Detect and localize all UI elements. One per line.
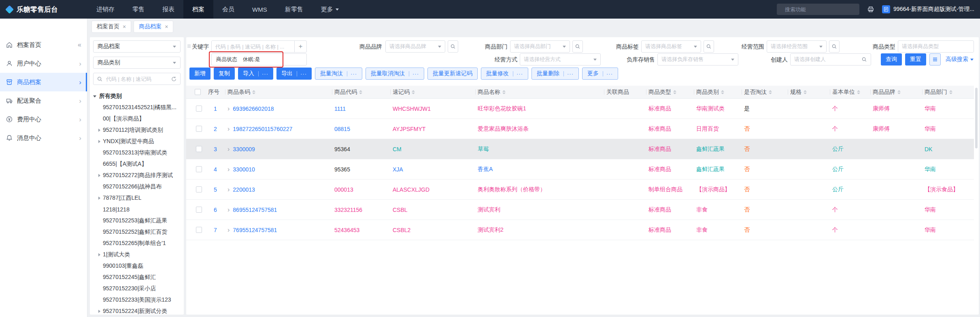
- caret-right-icon[interactable]: [98, 140, 100, 143]
- checkbox[interactable]: [196, 166, 202, 172]
- toolbar-button[interactable]: 导出···: [276, 68, 312, 80]
- refresh-icon[interactable]: [171, 76, 177, 82]
- tree-item[interactable]: 95270152245|鑫鲜汇: [93, 272, 181, 283]
- dept-search-button[interactable]: [572, 40, 583, 53]
- scope-select[interactable]: 请选择经营范围: [767, 40, 827, 53]
- table-row[interactable]: 4›330001095365XJA香蕉A标准商品鑫鲜汇蔬果否公斤华南: [186, 159, 974, 180]
- row-number-link[interactable]: 3: [214, 146, 217, 152]
- sidebar-item[interactable]: 费用中心›: [0, 110, 87, 129]
- tree-item[interactable]: 95270152253|鑫鲜汇蔬果: [93, 215, 181, 226]
- more-options-icon[interactable]: ···: [409, 71, 419, 76]
- barcode-link[interactable]: 3300010: [233, 166, 255, 173]
- checkbox[interactable]: [196, 186, 202, 192]
- column-header[interactable]: 商品类型: [646, 86, 694, 98]
- more-options-icon[interactable]: ···: [258, 71, 268, 76]
- toolbar-button[interactable]: 批量删除···: [531, 68, 579, 80]
- tree-item[interactable]: 95270152224|新测试分类: [93, 306, 181, 315]
- nav-item[interactable]: 会员: [213, 0, 243, 19]
- tag-search-button[interactable]: [704, 40, 714, 53]
- tree-item[interactable]: YNDX|测试翌牛商品: [93, 136, 181, 147]
- checkbox[interactable]: [196, 126, 202, 132]
- toolbar-button[interactable]: 批量淘汰···: [315, 68, 362, 80]
- barcode-link[interactable]: 6939626602018: [233, 106, 274, 112]
- column-header[interactable]: 商品部门: [922, 86, 974, 98]
- more-options-icon[interactable]: ···: [603, 71, 613, 76]
- category-search-input[interactable]: [105, 76, 168, 82]
- archive-type-select[interactable]: 商品档案: [93, 40, 181, 53]
- expand-row-icon[interactable]: ›: [227, 186, 230, 193]
- expand-row-icon[interactable]: ›: [227, 166, 230, 173]
- tree-item[interactable]: 95270152265|制单组合'1: [93, 238, 181, 249]
- column-header[interactable]: 是否淘汰: [742, 86, 788, 98]
- add-keyword-button[interactable]: +: [294, 41, 306, 52]
- sort-icon[interactable]: [949, 90, 952, 94]
- global-search-input[interactable]: [784, 6, 857, 13]
- sort-icon[interactable]: [769, 90, 772, 94]
- row-number-link[interactable]: 5: [214, 186, 217, 193]
- status-filter[interactable]: 商品状态 休眠:是: [211, 53, 307, 66]
- tree-item[interactable]: 95270152266|战神昌布: [93, 181, 181, 192]
- scope-search-button[interactable]: [829, 40, 840, 53]
- user-account[interactable]: 99664-新界面商超版测试-管理...: [882, 5, 974, 13]
- printer-icon[interactable]: [867, 5, 875, 13]
- table-row[interactable]: 2›198272265011576022708815AYJPSFMYT爱意家品爽…: [186, 119, 974, 139]
- tree-item[interactable]: 1|测试大类: [93, 249, 181, 260]
- sort-icon[interactable]: [857, 90, 860, 94]
- brand-search-button[interactable]: [448, 40, 458, 53]
- expand-row-icon[interactable]: ›: [227, 227, 230, 233]
- column-header[interactable]: 商品代码: [332, 86, 390, 98]
- type-select[interactable]: 请选择商品类型: [898, 40, 974, 53]
- nav-item[interactable]: 零售: [123, 0, 153, 19]
- sort-icon[interactable]: [412, 90, 415, 94]
- caret-down-icon[interactable]: [93, 95, 96, 97]
- nav-item[interactable]: 新零售: [276, 0, 312, 19]
- close-icon[interactable]: ×: [165, 23, 168, 30]
- tab[interactable]: 商品档案×: [134, 21, 173, 33]
- negative-stock-select[interactable]: 请选择负库存销售: [657, 53, 738, 66]
- toolbar-button[interactable]: 批量修改···: [481, 68, 528, 80]
- toolbar-button[interactable]: 批量取消淘汰···: [366, 68, 424, 80]
- collapse-sidebar-icon[interactable]: «: [78, 42, 81, 48]
- barcode-link[interactable]: 1982722650115760227: [233, 126, 292, 132]
- reset-button[interactable]: 重置: [905, 53, 926, 66]
- sort-icon[interactable]: [502, 90, 506, 94]
- table-row[interactable]: 7›7695512475758152436453CSBL2测试宾利2标准商品非食…: [186, 220, 974, 240]
- checkbox[interactable]: [196, 106, 202, 112]
- sort-icon[interactable]: [673, 90, 676, 94]
- sort-icon[interactable]: [804, 90, 807, 94]
- expand-row-icon[interactable]: ›: [227, 146, 230, 152]
- toolbar-button[interactable]: 更多···: [582, 68, 618, 80]
- tree-item[interactable]: 00|【演示商品】: [93, 113, 181, 125]
- caret-right-icon[interactable]: [98, 197, 100, 200]
- tree-item[interactable]: 95270152313|华南测试类: [93, 147, 181, 158]
- tree-item[interactable]: 95270152230|采小店: [93, 283, 181, 294]
- more-options-icon[interactable]: ···: [297, 71, 307, 76]
- column-header[interactable]: 商品名称: [475, 86, 604, 98]
- mode-select[interactable]: 请选择经营方式: [520, 53, 601, 66]
- barcode-link[interactable]: 3300009: [233, 146, 255, 152]
- dept-select[interactable]: 请选择商品部门: [510, 40, 570, 53]
- toolbar-button[interactable]: 新增: [189, 68, 210, 80]
- sort-icon[interactable]: [359, 90, 362, 94]
- sort-icon[interactable]: [721, 90, 724, 94]
- caret-right-icon[interactable]: [98, 129, 100, 132]
- row-number-link[interactable]: 2: [214, 126, 217, 132]
- sidebar-item[interactable]: 消息中心›: [0, 129, 87, 147]
- expand-row-icon[interactable]: ›: [227, 207, 230, 213]
- close-icon[interactable]: ×: [123, 23, 126, 30]
- category-mode-select[interactable]: 商品类别: [93, 57, 181, 69]
- nav-item[interactable]: 进销存: [87, 0, 123, 19]
- more-options-icon[interactable]: ···: [347, 71, 357, 76]
- global-search[interactable]: [777, 4, 859, 15]
- toolbar-button[interactable]: 批量更新速记码: [427, 68, 478, 80]
- tree-item[interactable]: 1218|1218: [93, 204, 181, 215]
- nav-item[interactable]: 档案: [183, 0, 213, 19]
- sort-icon[interactable]: [897, 90, 901, 94]
- toolbar-button[interactable]: 导入···: [238, 68, 273, 80]
- table-row[interactable]: 6›86955124757581332321156CSBL测试宾利标准商品非食否…: [186, 200, 974, 220]
- checkbox[interactable]: [196, 207, 202, 213]
- sidebar-item[interactable]: 配送聚合›: [0, 91, 87, 110]
- tree-item[interactable]: 95270112|培训测试类别: [93, 125, 181, 136]
- toolbar-button[interactable]: 复制: [214, 68, 235, 80]
- sidebar-item[interactable]: 档案首页«: [0, 36, 87, 54]
